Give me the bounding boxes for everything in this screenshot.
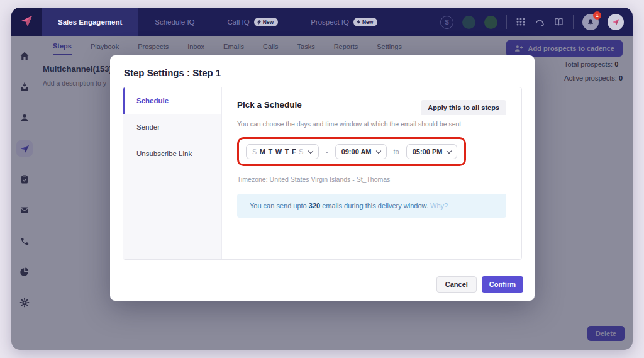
chevron-down-icon [375, 148, 380, 153]
product-tab-call-iq[interactable]: Call IQ New [211, 8, 295, 36]
nav-item-unsubscribe-link[interactable]: Unsubscribe Link [123, 140, 221, 167]
nav-item-schedule[interactable]: Schedule [123, 87, 221, 114]
book-icon[interactable] [553, 17, 564, 27]
product-tab-label: Schedule IQ [155, 18, 194, 26]
delivery-info-banner: You can send upto 320 emails during this… [237, 194, 506, 218]
why-link[interactable]: Why? [430, 202, 448, 210]
email-count: 320 [309, 202, 320, 210]
paper-plane-logo-icon [19, 13, 34, 31]
new-badge: New [353, 18, 377, 26]
range-separator: - [326, 148, 328, 155]
pick-schedule-heading: Pick a Schedule [237, 100, 302, 109]
divider [573, 15, 574, 29]
notifications-bell-icon[interactable]: 1 [582, 14, 599, 30]
modal-title: Step Settings : Step 1 [110, 55, 535, 87]
product-tab-label: Sales Engagement [58, 18, 122, 26]
start-time-select[interactable]: 09:00 AM [335, 144, 387, 159]
product-tab-label: Call IQ [228, 18, 250, 26]
cancel-button[interactable]: Cancel [436, 276, 477, 293]
modal-panel: Schedule Sender Unsubscribe Link Pick a … [123, 87, 522, 260]
dialpad-icon[interactable] [516, 17, 526, 27]
nav-item-sender[interactable]: Sender [123, 114, 221, 140]
profile-avatar[interactable] [608, 14, 624, 30]
spark-icon [257, 20, 261, 25]
chevron-down-icon [308, 148, 313, 153]
modal-footer: Cancel Confirm [436, 276, 523, 293]
product-tab-prospect-iq[interactable]: Prospect IQ New [294, 8, 394, 36]
apply-all-steps-button[interactable]: Apply this to all steps [421, 100, 506, 115]
notification-count-badge: 1 [593, 11, 601, 20]
days-select[interactable]: SMTWTFS [246, 144, 319, 159]
product-tab-schedule-iq[interactable]: Schedule IQ [138, 8, 211, 36]
product-tab-label: Prospect IQ [311, 18, 349, 26]
step-settings-modal: Step Settings : Step 1 Schedule Sender U… [110, 55, 535, 301]
to-label: to [394, 148, 399, 155]
timezone-text: Timezone: United States Virgin Islands -… [237, 176, 506, 183]
spark-icon [357, 20, 360, 25]
modal-nav: Schedule Sender Unsubscribe Link [123, 87, 222, 259]
confirm-button[interactable]: Confirm [482, 276, 523, 293]
topbar-right: S [431, 8, 633, 36]
days-letters: SMTWTFS [252, 148, 304, 155]
topbar: Sales Engagement Schedule IQ Call IQ New… [11, 8, 633, 36]
schedule-subtext: You can choose the days and time window … [237, 120, 506, 128]
product-tab-sales-engagement[interactable]: Sales Engagement [42, 8, 138, 36]
app-window: Sales Engagement Schedule IQ Call IQ New… [11, 8, 633, 350]
credits-icon[interactable]: S [440, 16, 453, 29]
avatar[interactable] [484, 16, 497, 29]
end-time-select[interactable]: 05:00 PM [406, 144, 458, 159]
avatar[interactable] [462, 16, 475, 29]
app-logo[interactable] [11, 8, 42, 36]
new-badge: New [254, 18, 278, 26]
schedule-panel: Pick a Schedule Apply this to all steps … [222, 87, 521, 259]
chevron-down-icon [447, 148, 452, 153]
divider [506, 15, 507, 29]
schedule-highlight-box: SMTWTFS - 09:00 AM to 05:00 PM [237, 137, 466, 166]
headset-icon[interactable] [535, 17, 545, 27]
divider [431, 15, 431, 29]
